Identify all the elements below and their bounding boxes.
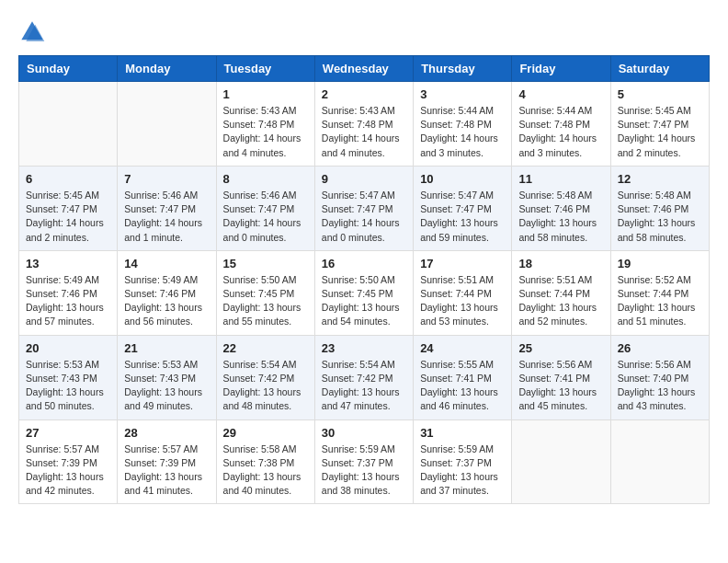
cell-content: Sunrise: 5:55 AMSunset: 7:41 PMDaylight:… [420, 358, 505, 414]
day-number: 21 [124, 341, 209, 355]
cell-content: Sunrise: 5:56 AMSunset: 7:40 PMDaylight:… [618, 358, 702, 414]
calendar-cell: 22Sunrise: 5:54 AMSunset: 7:42 PMDayligh… [216, 335, 314, 419]
calendar-cell: 28Sunrise: 5:57 AMSunset: 7:39 PMDayligh… [118, 419, 216, 504]
calendar-cell: 19Sunrise: 5:52 AMSunset: 7:44 PMDayligh… [610, 250, 709, 335]
calendar-cell: 12Sunrise: 5:48 AMSunset: 7:46 PMDayligh… [610, 166, 709, 250]
calendar-week-row: 27Sunrise: 5:57 AMSunset: 7:39 PMDayligh… [19, 419, 710, 504]
calendar-cell: 21Sunrise: 5:53 AMSunset: 7:43 PMDayligh… [118, 335, 216, 419]
day-number: 19 [618, 257, 702, 270]
cell-content: Sunrise: 5:44 AMSunset: 7:48 PMDaylight:… [518, 104, 603, 160]
calendar-week-row: 1Sunrise: 5:43 AMSunset: 7:48 PMDaylight… [19, 82, 710, 167]
day-number: 17 [420, 257, 505, 270]
cell-content: Sunrise: 5:48 AMSunset: 7:46 PMDaylight:… [618, 189, 702, 245]
cell-content: Sunrise: 5:53 AMSunset: 7:43 PMDaylight:… [124, 358, 209, 414]
weekday-header-row: SundayMondayTuesdayWednesdayThursdayFrid… [19, 56, 710, 82]
calendar-cell: 23Sunrise: 5:54 AMSunset: 7:42 PMDayligh… [314, 335, 413, 419]
cell-content: Sunrise: 5:48 AMSunset: 7:46 PMDaylight:… [518, 189, 603, 245]
cell-content: Sunrise: 5:57 AMSunset: 7:39 PMDaylight:… [26, 442, 110, 499]
cell-content: Sunrise: 5:53 AMSunset: 7:43 PMDaylight:… [26, 358, 110, 414]
cell-content: Sunrise: 5:49 AMSunset: 7:46 PMDaylight:… [26, 273, 110, 329]
cell-content: Sunrise: 5:49 AMSunset: 7:46 PMDaylight:… [124, 273, 209, 329]
cell-content: Sunrise: 5:51 AMSunset: 7:44 PMDaylight:… [518, 273, 603, 329]
day-number: 28 [124, 426, 209, 440]
calendar-week-row: 20Sunrise: 5:53 AMSunset: 7:43 PMDayligh… [19, 335, 710, 419]
cell-content: Sunrise: 5:47 AMSunset: 7:47 PMDaylight:… [322, 189, 406, 245]
cell-content: Sunrise: 5:57 AMSunset: 7:39 PMDaylight:… [124, 442, 209, 499]
cell-content: Sunrise: 5:54 AMSunset: 7:42 PMDaylight:… [322, 358, 406, 414]
day-number: 24 [420, 341, 505, 355]
day-number: 31 [420, 426, 505, 440]
day-number: 1 [223, 87, 308, 101]
day-number: 20 [26, 341, 110, 355]
weekday-header-monday: Monday [118, 56, 216, 82]
logo-icon [18, 18, 46, 46]
cell-content: Sunrise: 5:54 AMSunset: 7:42 PMDaylight:… [223, 358, 308, 414]
calendar-cell: 14Sunrise: 5:49 AMSunset: 7:46 PMDayligh… [118, 250, 216, 335]
day-number: 29 [223, 426, 308, 440]
calendar-cell: 11Sunrise: 5:48 AMSunset: 7:46 PMDayligh… [512, 166, 610, 250]
cell-content: Sunrise: 5:44 AMSunset: 7:48 PMDaylight:… [420, 104, 505, 160]
page-header [18, 18, 710, 46]
calendar-cell [19, 82, 118, 167]
calendar-cell: 18Sunrise: 5:51 AMSunset: 7:44 PMDayligh… [512, 250, 610, 335]
calendar-cell: 6Sunrise: 5:45 AMSunset: 7:47 PMDaylight… [19, 166, 118, 250]
day-number: 15 [223, 257, 308, 270]
day-number: 11 [518, 172, 603, 186]
day-number: 12 [618, 172, 702, 186]
logo [18, 18, 50, 46]
cell-content: Sunrise: 5:59 AMSunset: 7:37 PMDaylight:… [322, 442, 406, 499]
day-number: 18 [518, 257, 603, 270]
weekday-header-tuesday: Tuesday [216, 56, 314, 82]
calendar-cell: 25Sunrise: 5:56 AMSunset: 7:41 PMDayligh… [512, 335, 610, 419]
cell-content: Sunrise: 5:45 AMSunset: 7:47 PMDaylight:… [618, 104, 702, 160]
cell-content: Sunrise: 5:58 AMSunset: 7:38 PMDaylight:… [223, 442, 308, 499]
cell-content: Sunrise: 5:50 AMSunset: 7:45 PMDaylight:… [322, 273, 406, 329]
calendar-cell: 17Sunrise: 5:51 AMSunset: 7:44 PMDayligh… [414, 250, 512, 335]
day-number: 26 [618, 341, 702, 355]
calendar-week-row: 13Sunrise: 5:49 AMSunset: 7:46 PMDayligh… [19, 250, 710, 335]
weekday-header-friday: Friday [512, 56, 610, 82]
day-number: 16 [322, 257, 406, 270]
calendar-cell [512, 419, 610, 504]
day-number: 10 [420, 172, 505, 186]
day-number: 30 [322, 426, 406, 440]
calendar-cell: 7Sunrise: 5:46 AMSunset: 7:47 PMDaylight… [118, 166, 216, 250]
calendar-cell: 5Sunrise: 5:45 AMSunset: 7:47 PMDaylight… [610, 82, 709, 167]
calendar-cell: 27Sunrise: 5:57 AMSunset: 7:39 PMDayligh… [19, 419, 118, 504]
calendar-cell: 26Sunrise: 5:56 AMSunset: 7:40 PMDayligh… [610, 335, 709, 419]
calendar-cell: 20Sunrise: 5:53 AMSunset: 7:43 PMDayligh… [19, 335, 118, 419]
calendar-cell: 2Sunrise: 5:43 AMSunset: 7:48 PMDaylight… [314, 82, 413, 167]
day-number: 14 [124, 257, 209, 270]
day-number: 13 [26, 257, 110, 270]
calendar-cell: 13Sunrise: 5:49 AMSunset: 7:46 PMDayligh… [19, 250, 118, 335]
calendar-table: SundayMondayTuesdayWednesdayThursdayFrid… [18, 55, 710, 504]
cell-content: Sunrise: 5:46 AMSunset: 7:47 PMDaylight:… [124, 189, 209, 245]
day-number: 5 [618, 87, 702, 101]
day-number: 4 [518, 87, 603, 101]
cell-content: Sunrise: 5:43 AMSunset: 7:48 PMDaylight:… [322, 104, 406, 160]
day-number: 8 [223, 172, 308, 186]
weekday-header-wednesday: Wednesday [314, 56, 413, 82]
calendar-cell: 1Sunrise: 5:43 AMSunset: 7:48 PMDaylight… [216, 82, 314, 167]
day-number: 23 [322, 341, 406, 355]
day-number: 25 [518, 341, 603, 355]
calendar-cell: 16Sunrise: 5:50 AMSunset: 7:45 PMDayligh… [314, 250, 413, 335]
day-number: 27 [26, 426, 110, 440]
calendar-week-row: 6Sunrise: 5:45 AMSunset: 7:47 PMDaylight… [19, 166, 710, 250]
day-number: 6 [26, 172, 110, 186]
calendar-cell: 31Sunrise: 5:59 AMSunset: 7:37 PMDayligh… [414, 419, 512, 504]
calendar-cell: 3Sunrise: 5:44 AMSunset: 7:48 PMDaylight… [414, 82, 512, 167]
cell-content: Sunrise: 5:46 AMSunset: 7:47 PMDaylight:… [223, 189, 308, 245]
day-number: 9 [322, 172, 406, 186]
cell-content: Sunrise: 5:56 AMSunset: 7:41 PMDaylight:… [518, 358, 603, 414]
calendar-cell: 9Sunrise: 5:47 AMSunset: 7:47 PMDaylight… [314, 166, 413, 250]
day-number: 7 [124, 172, 209, 186]
calendar-cell: 4Sunrise: 5:44 AMSunset: 7:48 PMDaylight… [512, 82, 610, 167]
day-number: 3 [420, 87, 505, 101]
day-number: 22 [223, 341, 308, 355]
calendar-cell: 30Sunrise: 5:59 AMSunset: 7:37 PMDayligh… [314, 419, 413, 504]
calendar-cell [118, 82, 216, 167]
day-number: 2 [322, 87, 406, 101]
weekday-header-thursday: Thursday [414, 56, 512, 82]
cell-content: Sunrise: 5:47 AMSunset: 7:47 PMDaylight:… [420, 189, 505, 245]
